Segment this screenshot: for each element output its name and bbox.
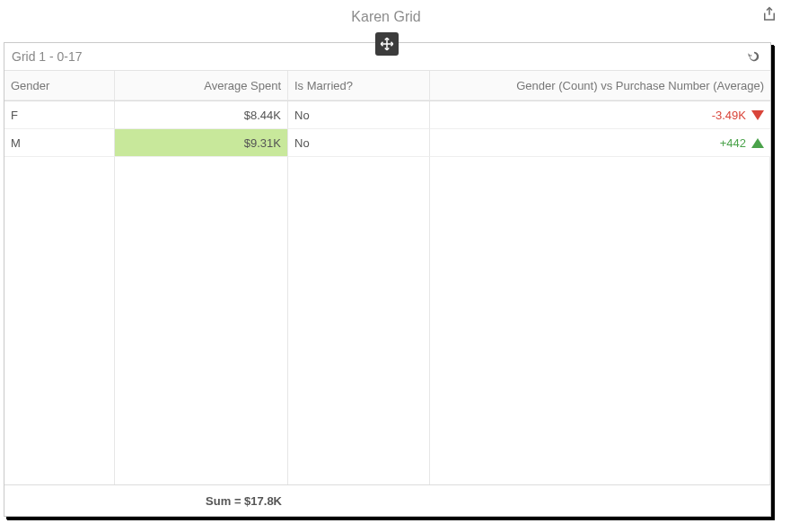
cell-delta: +442 (430, 129, 770, 157)
cell-is-married: No (288, 129, 430, 157)
column-header-delta[interactable]: Gender (Count) vs Purchase Number (Avera… (430, 71, 770, 100)
cell-avg-spent: $8.44K (115, 101, 288, 129)
grid-footer: Sum = $17.8K (4, 484, 770, 516)
grid: Gender Average Spent Is Married? Gender … (4, 71, 770, 516)
delta-value: +442 (720, 136, 746, 150)
share-icon[interactable] (761, 6, 779, 24)
move-handle-icon[interactable] (375, 32, 399, 56)
grid-panel: Grid 1 - 0-17 Gender Average Spent Is Ma… (4, 42, 771, 517)
panel-title: Grid 1 - 0-17 (12, 49, 83, 64)
column-header-gender[interactable]: Gender (4, 71, 115, 100)
trend-up-icon (751, 138, 764, 148)
undo-icon[interactable] (745, 48, 763, 65)
cell-is-married: No (288, 101, 430, 129)
column-header-row: Gender Average Spent Is Married? Gender … (4, 71, 770, 101)
cell-avg-spent: $9.31K (115, 129, 288, 157)
column-header-avg-spent[interactable]: Average Spent (115, 71, 288, 100)
table-row[interactable]: M $9.31K No +442 (4, 129, 770, 157)
cell-delta: -3.49K (430, 101, 770, 129)
delta-value: -3.49K (712, 109, 746, 122)
grid-empty-area (4, 157, 770, 484)
footer-sum: Sum = $17.8K (115, 485, 288, 516)
cell-gender: F (4, 101, 115, 129)
page-title: Karen Grid (0, 9, 772, 25)
cell-gender: M (4, 129, 115, 157)
trend-down-icon (751, 110, 764, 120)
table-row[interactable]: F $8.44K No -3.49K (4, 101, 770, 129)
column-header-is-married[interactable]: Is Married? (288, 71, 430, 100)
